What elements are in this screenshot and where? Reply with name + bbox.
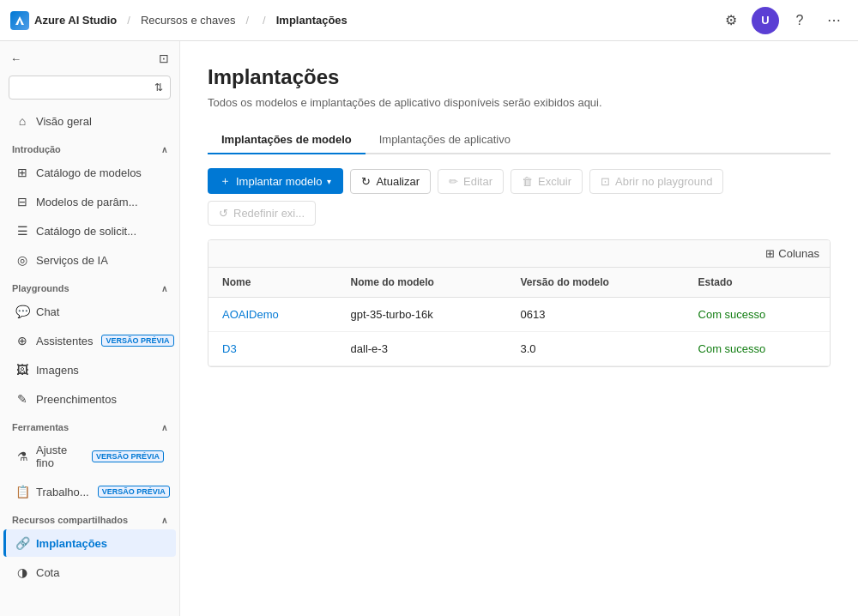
sidebar-item-catalogo-modelos[interactable]: ⊞ Catálogo de modelos bbox=[3, 159, 176, 186]
ferramentas-label: Ferramentas bbox=[12, 422, 69, 432]
deployments-table: Nome Nome do modelo Versão do modelo Est… bbox=[208, 268, 830, 366]
avatar[interactable]: U bbox=[752, 7, 779, 34]
page-subtitle: Todos os modelos e implantações de aplic… bbox=[208, 96, 831, 109]
preenchimentos-icon: ✎ bbox=[15, 392, 29, 406]
settings-button[interactable]: ⚙ bbox=[717, 7, 745, 34]
chevron-updown-icon: ⇅ bbox=[154, 82, 163, 94]
ajuste-icon: ⚗ bbox=[15, 450, 29, 463]
playgrounds-label: Playgrounds bbox=[12, 283, 69, 293]
catalogo-modelos-label: Catálogo de modelos bbox=[36, 166, 142, 179]
redefinir-button[interactable]: ↺ Redefinir exi... bbox=[208, 201, 316, 226]
app-logo[interactable]: Azure AI Studio bbox=[10, 11, 117, 30]
ajuste-fino-badge: VERSÃO PRÉVIA bbox=[92, 450, 164, 462]
breadcrumb-resources[interactable]: Recursos e chaves bbox=[141, 14, 236, 27]
row2-nome-link[interactable]: D3 bbox=[222, 342, 237, 355]
table-row: AOAIDemo gpt-35-turbo-16k 0613 Com suces… bbox=[208, 298, 830, 332]
back-button[interactable]: ← ⊡ bbox=[0, 41, 179, 72]
sidebar-item-servicos-ia[interactable]: ◎ Serviços de IA bbox=[3, 246, 176, 274]
atualizar-label: Atualizar bbox=[376, 175, 420, 188]
col-nome: Nome bbox=[208, 268, 337, 298]
ajuste-fino-label: Ajuste fino bbox=[36, 444, 83, 469]
sidebar-item-modelos-param[interactable]: ⊟ Modelos de parâm... bbox=[3, 188, 176, 215]
row1-nome: AOAIDemo bbox=[208, 298, 337, 332]
col-nome-modelo: Nome do modelo bbox=[337, 268, 507, 298]
home-icon: ⌂ bbox=[15, 114, 29, 128]
help-button[interactable]: ? bbox=[786, 7, 813, 34]
introducao-label: Introdução bbox=[12, 144, 61, 154]
delete-icon: 🗑 bbox=[522, 175, 533, 188]
abrir-playground-label: Abrir no playground bbox=[615, 175, 712, 188]
col-versao: Versão do modelo bbox=[506, 268, 684, 298]
assistentes-label: Assistentes bbox=[36, 335, 93, 347]
col-estado: Estado bbox=[685, 268, 830, 298]
edit-icon: ✏ bbox=[449, 175, 458, 188]
refresh-icon: ↻ bbox=[361, 175, 371, 188]
implantacoes-icon: 🔗 bbox=[15, 536, 29, 550]
atualizar-button[interactable]: ↻ Atualizar bbox=[350, 169, 431, 194]
plus-icon: ＋ bbox=[220, 173, 231, 189]
sidebar-item-visao-geral[interactable]: ⌂ Visão geral bbox=[3, 107, 176, 135]
imagens-icon: 🖼 bbox=[15, 363, 29, 377]
back-arrow-icon: ← bbox=[10, 52, 21, 65]
sidebar-item-ajuste-fino[interactable]: ⚗ Ajuste fino VERSÃO PRÉVIA bbox=[3, 437, 176, 476]
excluir-label: Excluir bbox=[538, 175, 571, 188]
table-body: AOAIDemo gpt-35-turbo-16k 0613 Com suces… bbox=[208, 298, 830, 366]
modelos-param-label: Modelos de parâm... bbox=[36, 196, 138, 208]
tabs-bar: Implantações de modelo Implantações de a… bbox=[208, 126, 831, 154]
columns-button[interactable]: ⊞ Colunas bbox=[765, 247, 819, 260]
ferramentas-section-header[interactable]: Ferramentas ∧ bbox=[0, 414, 179, 436]
columns-label: Colunas bbox=[778, 247, 819, 260]
excluir-button[interactable]: 🗑 Excluir bbox=[511, 169, 583, 194]
sidebar-item-preenchimentos[interactable]: ✎ Preenchimentos bbox=[3, 385, 176, 413]
sidebar-item-catalogo-solicit[interactable]: ☰ Catálogo de solicit... bbox=[3, 217, 176, 245]
chevron-up-icon: ∧ bbox=[161, 145, 167, 154]
row2-estado: Com sucesso bbox=[685, 332, 830, 366]
redefinir-label: Redefinir exi... bbox=[233, 207, 305, 220]
sidebar-item-imagens[interactable]: 🖼 Imagens bbox=[3, 356, 176, 383]
topbar: Azure AI Studio / Recursos e chaves / / … bbox=[0, 0, 858, 41]
sidebar: ← ⊡ ⇅ ⌂ Visão geral Introdução ∧ ⊞ Catál… bbox=[0, 41, 180, 616]
dropdown-arrow-icon: ▾ bbox=[327, 177, 331, 186]
sidebar-item-chat[interactable]: 💬 Chat bbox=[3, 298, 176, 325]
toolbar: ＋ Implantar modelo ▾ ↻ Atualizar ✏ Edita… bbox=[208, 168, 831, 226]
row2-versao: 3.0 bbox=[506, 332, 684, 366]
tab-modelo[interactable]: Implantações de modelo bbox=[208, 126, 366, 154]
assistentes-icon: ⊕ bbox=[15, 334, 29, 347]
row1-estado: Com sucesso bbox=[685, 298, 830, 332]
row2-nome: D3 bbox=[208, 332, 337, 366]
breadcrumb-sep2: / bbox=[245, 14, 249, 27]
visao-geral-label: Visão geral bbox=[36, 115, 92, 128]
sidebar-item-trabalho[interactable]: 📋 Trabalho... VERSÃO PRÉVIA bbox=[3, 478, 176, 505]
chevron-up-icon-rc: ∧ bbox=[161, 516, 167, 525]
sidebar-item-cota[interactable]: ◑ Cota bbox=[3, 559, 176, 586]
abrir-playground-button[interactable]: ⊡ Abrir no playground bbox=[589, 169, 723, 194]
table-header: Nome Nome do modelo Versão do modelo Est… bbox=[208, 268, 830, 298]
chevron-up-icon-fe: ∧ bbox=[161, 423, 167, 432]
more-button[interactable]: ⋯ bbox=[820, 7, 848, 34]
imagens-label: Imagens bbox=[36, 364, 79, 377]
solicit-icon: ☰ bbox=[15, 224, 29, 238]
breadcrumb-current: Implantações bbox=[276, 14, 347, 27]
app-title: Azure AI Studio bbox=[34, 14, 117, 27]
recursos-section-header[interactable]: Recursos compartilhados ∧ bbox=[0, 506, 179, 528]
breadcrumb-sep1: / bbox=[127, 14, 130, 27]
assistentes-badge: VERSÃO PRÉVIA bbox=[101, 335, 173, 347]
editar-button[interactable]: ✏ Editar bbox=[438, 169, 504, 194]
implantacoes-label: Implantações bbox=[36, 537, 107, 550]
sidebar-item-implantacoes[interactable]: 🔗 Implantações bbox=[3, 529, 176, 557]
playgrounds-section-header[interactable]: Playgrounds ∧ bbox=[0, 275, 179, 297]
implantar-modelo-button[interactable]: ＋ Implantar modelo ▾ bbox=[208, 168, 343, 194]
trabalho-badge: VERSÃO PRÉVIA bbox=[98, 486, 170, 498]
row2-nome-modelo: dall-e-3 bbox=[337, 332, 507, 366]
row1-nome-link[interactable]: AOAIDemo bbox=[222, 308, 279, 321]
resource-selector[interactable]: ⇅ bbox=[9, 75, 171, 100]
trabalho-label: Trabalho... bbox=[36, 486, 89, 498]
cota-icon: ◑ bbox=[15, 565, 29, 579]
playground-icon: ⊡ bbox=[601, 175, 610, 188]
tab-aplicativo[interactable]: Implantações de aplicativo bbox=[366, 126, 524, 154]
row1-versao: 0613 bbox=[506, 298, 684, 332]
editar-label: Editar bbox=[463, 175, 492, 188]
sidebar-item-assistentes[interactable]: ⊕ Assistentes VERSÃO PRÉVIA bbox=[3, 327, 176, 354]
introducao-section-header[interactable]: Introdução ∧ bbox=[0, 136, 179, 158]
ai-icon: ◎ bbox=[15, 253, 29, 267]
